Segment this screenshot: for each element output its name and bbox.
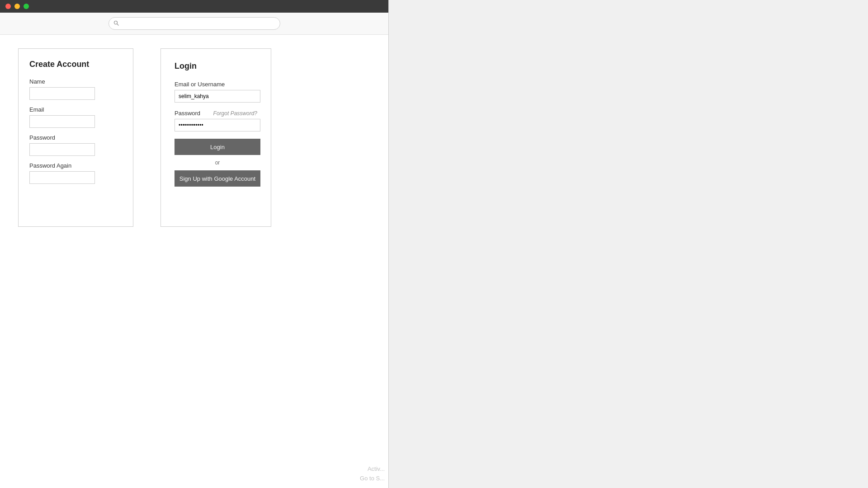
right-panel bbox=[389, 0, 868, 488]
svg-line-1 bbox=[117, 23, 118, 25]
login-password-group: Password Forgot Password? bbox=[175, 110, 257, 131]
name-field-group: Name bbox=[29, 78, 122, 100]
or-divider: or bbox=[175, 160, 260, 166]
login-email-label-row: Email or Username bbox=[175, 81, 257, 88]
login-email-group: Email or Username bbox=[175, 81, 257, 103]
email-input[interactable] bbox=[29, 115, 95, 128]
activation-line2: Go to S... bbox=[360, 474, 385, 483]
login-password-input[interactable] bbox=[175, 119, 260, 131]
password-input[interactable] bbox=[29, 143, 95, 156]
login-title: Login bbox=[175, 61, 257, 71]
login-button[interactable]: Login bbox=[175, 139, 260, 155]
google-signup-button[interactable]: Sign Up with Google Account bbox=[175, 170, 260, 187]
minimize-button[interactable] bbox=[14, 4, 20, 9]
password-again-input[interactable] bbox=[29, 171, 95, 184]
title-bar bbox=[0, 0, 388, 13]
password-label: Password bbox=[29, 134, 122, 141]
email-field-group: Email bbox=[29, 106, 122, 128]
login-email-label: Email or Username bbox=[175, 81, 225, 88]
login-password-label-row: Password Forgot Password? bbox=[175, 110, 257, 117]
page-content: Create Account Name Email Password Passw… bbox=[0, 35, 388, 240]
url-input[interactable] bbox=[122, 20, 275, 27]
maximize-button[interactable] bbox=[24, 4, 29, 9]
email-label: Email bbox=[29, 106, 122, 113]
password-again-field-group: Password Again bbox=[29, 162, 122, 184]
forgot-password-link[interactable]: Forgot Password? bbox=[213, 110, 257, 117]
name-input[interactable] bbox=[29, 87, 95, 100]
search-icon bbox=[113, 20, 119, 27]
browser-window: Create Account Name Email Password Passw… bbox=[0, 0, 389, 488]
login-email-input[interactable] bbox=[175, 90, 260, 103]
password-field-group: Password bbox=[29, 134, 122, 156]
name-label: Name bbox=[29, 78, 122, 85]
create-account-card: Create Account Name Email Password Passw… bbox=[18, 48, 133, 227]
close-button[interactable] bbox=[5, 4, 11, 9]
address-bar-area bbox=[0, 13, 388, 35]
password-again-label: Password Again bbox=[29, 162, 122, 169]
activation-line1: Activ... bbox=[360, 465, 385, 474]
login-card: Login Email or Username Password Forgot … bbox=[160, 48, 271, 227]
create-account-title: Create Account bbox=[29, 60, 122, 69]
address-bar[interactable] bbox=[108, 17, 280, 30]
activation-watermark: Activ... Go to S... bbox=[360, 465, 388, 488]
login-password-label: Password bbox=[175, 110, 200, 117]
